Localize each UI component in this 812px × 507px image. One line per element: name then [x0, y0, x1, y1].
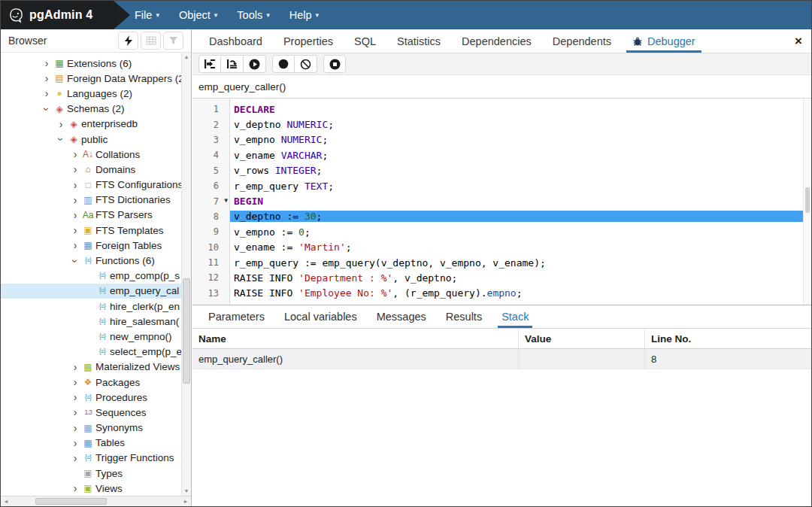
- chevron-right-icon[interactable]: ›: [69, 392, 81, 402]
- tab-debugger[interactable]: Debugger: [622, 29, 706, 53]
- tree-item-extensions-6[interactable]: ›▦Extensions (6): [1, 56, 191, 71]
- tree-item-fts-templates[interactable]: ›▣FTS Templates: [1, 223, 191, 238]
- tab-parameters[interactable]: Parameters: [198, 305, 274, 328]
- stack-frame-row[interactable]: emp_query_caller()8: [192, 349, 811, 369]
- step-into-button[interactable]: [198, 55, 221, 73]
- step-over-button[interactable]: [221, 55, 244, 73]
- scroll-right-arrow-icon[interactable]: ►: [180, 499, 191, 504]
- tree-item-foreign-tables[interactable]: ›▦Foreign Tables: [1, 238, 191, 253]
- scroll-down-arrow-icon[interactable]: ▼: [182, 487, 191, 496]
- tab-local-variables[interactable]: Local variables: [274, 305, 367, 328]
- code-line-10[interactable]: 10v_ename := 'Martin';: [192, 240, 803, 255]
- menu-help[interactable]: Help▾: [289, 9, 319, 21]
- tab-statistics[interactable]: Statistics: [386, 29, 451, 53]
- tab-dashboard[interactable]: Dashboard: [198, 29, 273, 53]
- chevron-right-icon[interactable]: ›: [69, 362, 81, 372]
- code-line-13[interactable]: 13RAISE INFO 'Employee No: %', (r_emp_qu…: [192, 286, 803, 301]
- editor-vertical-scrollbar[interactable]: [803, 99, 811, 305]
- tree-horizontal-scrollbar[interactable]: ◄ ►: [1, 496, 191, 506]
- line-number[interactable]: 8: [192, 211, 230, 222]
- menu-file[interactable]: File▾: [135, 9, 159, 21]
- tree-item-schemas-2[interactable]: ›◈Schemas (2): [1, 102, 191, 117]
- chevron-right-icon[interactable]: ›: [41, 73, 53, 83]
- menu-tools[interactable]: Tools▾: [237, 9, 269, 21]
- tab-stack[interactable]: Stack: [492, 305, 538, 328]
- chevron-right-icon[interactable]: ›: [69, 225, 81, 235]
- chevron-right-icon[interactable]: ›: [69, 438, 81, 448]
- line-number[interactable]: 5: [192, 165, 230, 176]
- chevron-right-icon[interactable]: ›: [69, 180, 81, 190]
- tree-item-select-emp-p-e[interactable]: {≡}select_emp(p_e: [1, 345, 191, 360]
- chevron-right-icon[interactable]: ›: [69, 195, 81, 205]
- scrollbar-thumb[interactable]: [35, 498, 107, 505]
- scroll-left-arrow-icon[interactable]: ◄: [1, 499, 11, 504]
- scrollbar-thumb[interactable]: [805, 187, 810, 213]
- close-icon[interactable]: ×: [795, 35, 802, 47]
- tree-item-procedures[interactable]: ›{≡}Procedures: [1, 390, 191, 405]
- chevron-right-icon[interactable]: ›: [41, 58, 53, 68]
- code-editor[interactable]: 1DECLARE2v_deptno NUMERIC;3v_empno NUMER…: [192, 99, 811, 305]
- scrollbar-thumb[interactable]: [183, 278, 190, 384]
- line-number[interactable]: 4: [192, 150, 230, 160]
- line-number[interactable]: 2: [192, 120, 230, 130]
- chevron-right-icon[interactable]: ›: [69, 407, 81, 417]
- tab-results[interactable]: Results: [436, 305, 492, 328]
- chevron-right-icon[interactable]: ›: [69, 210, 81, 220]
- grid-button[interactable]: [141, 32, 161, 50]
- line-number[interactable]: 10: [192, 242, 230, 253]
- scroll-up-arrow-icon[interactable]: ▲: [182, 53, 191, 62]
- menu-object[interactable]: Object▾: [179, 9, 217, 21]
- tree-item-materialized-views[interactable]: ›▩Materialized Views: [1, 360, 191, 375]
- code-line-12[interactable]: 12RAISE INFO 'Department : %', v_deptno;: [192, 270, 803, 285]
- code-line-11[interactable]: 11r_emp_query := emp_query(v_deptno, v_e…: [192, 255, 803, 270]
- chevron-right-icon[interactable]: ›: [69, 453, 81, 463]
- chevron-down-icon[interactable]: ›: [41, 103, 52, 115]
- tab-dependencies[interactable]: Dependencies: [451, 29, 542, 53]
- tab-sql[interactable]: SQL: [344, 29, 386, 53]
- tree-item-hire-clerk-p-en[interactable]: {≡}hire_clerk(p_en: [1, 299, 191, 314]
- lightning-button[interactable]: [118, 32, 138, 50]
- tree-item-tables[interactable]: ›▦Tables: [1, 436, 191, 451]
- chevron-right-icon[interactable]: ›: [69, 164, 81, 175]
- continue-button[interactable]: [244, 55, 266, 73]
- clear-breakpoints-button[interactable]: [295, 55, 317, 73]
- tree-item-synonyms[interactable]: ›▦Synonyms: [1, 420, 191, 436]
- tree-item-enterprisedb[interactable]: ›◈enterprisedb: [1, 117, 191, 132]
- line-number[interactable]: 7▼: [192, 196, 230, 207]
- tree-item-emp-comp-p-s[interactable]: {≡}emp_comp(p_s: [1, 269, 191, 284]
- code-line-3[interactable]: 3v_empno NUMERIC;: [192, 132, 803, 147]
- chevron-right-icon[interactable]: ›: [69, 240, 81, 250]
- chevron-right-icon[interactable]: ›: [69, 423, 81, 433]
- line-number[interactable]: 11: [192, 257, 230, 268]
- tree-item-fts-configurations[interactable]: ›□FTS Configurations: [1, 178, 191, 193]
- chevron-right-icon[interactable]: ›: [55, 119, 67, 129]
- filter-button[interactable]: [163, 32, 183, 50]
- line-number[interactable]: 6: [192, 181, 230, 191]
- line-number[interactable]: 3: [192, 135, 230, 145]
- code-line-9[interactable]: 9v_empno := 0;: [192, 224, 803, 239]
- tab-messages[interactable]: Messages: [367, 305, 436, 328]
- tree-item-packages[interactable]: ›❖Packages: [1, 375, 191, 390]
- line-number[interactable]: 9: [192, 226, 230, 237]
- tree-vertical-scrollbar[interactable]: ▲ ▼: [181, 53, 191, 496]
- tree-item-sequences[interactable]: ›1.3Sequences: [1, 405, 191, 420]
- chevron-right-icon[interactable]: ›: [69, 377, 81, 387]
- tree-item-languages-2[interactable]: ›●Languages (2): [1, 86, 191, 101]
- tree-item-collations[interactable]: ›A↓Collations: [1, 147, 191, 162]
- tree-item-types[interactable]: ▣Types: [1, 466, 191, 481]
- tree-item-new-empno[interactable]: {≡}new_empno(): [1, 329, 191, 344]
- tree-item-hire-salesman[interactable]: {≡}hire_salesman(: [1, 314, 191, 329]
- code-line-5[interactable]: 5v_rows INTEGER;: [192, 163, 803, 178]
- tree-item-views[interactable]: ›▣Views: [1, 481, 191, 496]
- code-line-8[interactable]: 8v_deptno := 30;: [192, 209, 803, 224]
- code-line-2[interactable]: 2v_deptno NUMERIC;: [192, 117, 803, 132]
- stop-button[interactable]: [323, 55, 346, 73]
- tab-properties[interactable]: Properties: [273, 29, 344, 53]
- chevron-right-icon[interactable]: ›: [69, 483, 81, 493]
- tree-item-fts-parsers[interactable]: ›AaFTS Parsers: [1, 208, 191, 223]
- code-line-6[interactable]: 6r_emp_query TEXT;: [192, 178, 803, 193]
- tree-item-functions-6[interactable]: ›{≡}Functions (6): [1, 253, 191, 268]
- toggle-breakpoint-button[interactable]: [272, 55, 295, 73]
- code-line-7[interactable]: 7▼BEGIN: [192, 193, 803, 208]
- chevron-down-icon[interactable]: ›: [70, 255, 80, 267]
